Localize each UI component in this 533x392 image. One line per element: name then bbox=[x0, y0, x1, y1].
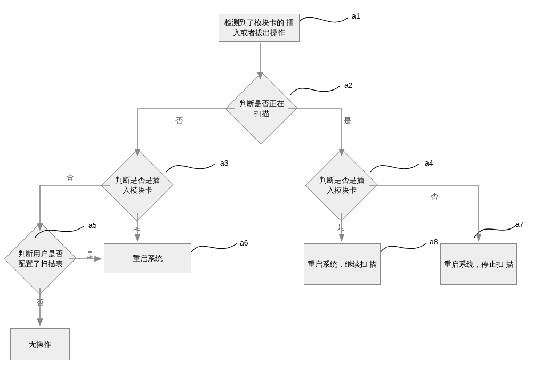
node-a4: 判断是否是插 入模块卡 bbox=[316, 160, 367, 210]
node-a5: 判断用户是否 配置了扫描表 bbox=[15, 233, 66, 284]
tag-curve-a4 bbox=[370, 157, 429, 184]
label-a5-yes: 是 bbox=[86, 250, 94, 260]
label-a2-yes: 是 bbox=[344, 116, 351, 126]
connectors bbox=[0, 0, 533, 392]
tag-curve-a3 bbox=[166, 157, 225, 184]
label-a5-no: 否 bbox=[36, 298, 44, 308]
node-a6-text: 重启系统 bbox=[133, 254, 163, 264]
tag-curve-a2 bbox=[290, 80, 349, 107]
tag-a4: a4 bbox=[425, 159, 433, 167]
tag-a8: a8 bbox=[430, 238, 438, 246]
node-a8: 重启系统，继续扫 描 bbox=[304, 243, 381, 285]
tag-curve-a6 bbox=[191, 238, 245, 262]
tag-a5: a5 bbox=[88, 221, 97, 230]
node-a6: 重启系统 bbox=[104, 243, 191, 273]
tag-curve-a8 bbox=[381, 238, 434, 262]
tag-a7: a7 bbox=[515, 220, 524, 228]
flowchart: 检测到了模块卡的 插入或者拔出操作 a1 判断是否正在 扫描 a2 否 是 判断… bbox=[0, 0, 533, 392]
node-a1: 检测到了模块卡的 插入或者拔出操作 bbox=[219, 14, 300, 42]
node-a2: 判断是否正在 扫描 bbox=[236, 83, 287, 134]
node-noop-text: 无操作 bbox=[29, 339, 51, 349]
label-a2-no: 否 bbox=[175, 116, 183, 126]
tag-a2: a2 bbox=[344, 81, 353, 89]
tag-a6: a6 bbox=[240, 239, 248, 247]
node-a7-text: 重启系统，停止扫 描 bbox=[444, 259, 513, 270]
node-noop: 无操作 bbox=[10, 328, 70, 360]
node-a8-text: 重启系统，继续扫 描 bbox=[308, 259, 377, 270]
node-a3: 判断是否是插 入模块卡 bbox=[112, 160, 163, 210]
tag-a3: a3 bbox=[220, 159, 229, 167]
node-a7: 重启系统，停止扫 描 bbox=[440, 243, 517, 285]
label-a4-no: 否 bbox=[431, 192, 438, 201]
label-a4-yes: 是 bbox=[337, 223, 345, 232]
label-a3-yes: 是 bbox=[133, 223, 141, 232]
label-a3-no: 否 bbox=[66, 173, 74, 182]
node-a1-text: 检测到了模块卡的 插入或者拔出操作 bbox=[222, 18, 296, 38]
tag-a1: a1 bbox=[352, 12, 360, 20]
